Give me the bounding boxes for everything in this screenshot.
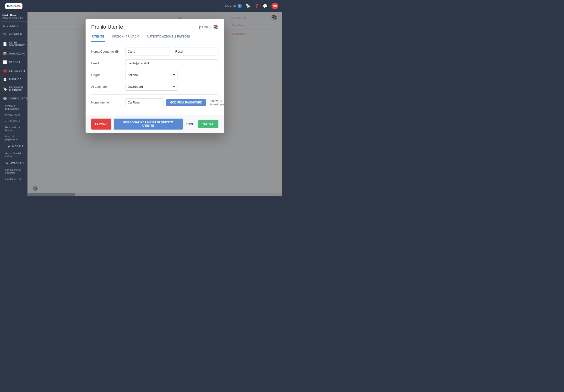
sidebar-subitem-app[interactable]: App e Servizi esterni: [0, 150, 28, 159]
login-apri-label: Al Login apri: [91, 85, 122, 88]
login-apri-inputs: Dashboard Vendite Acquisti: [125, 83, 219, 91]
tab-autenticazione[interactable]: AUTENTICAZIONE 2 FATTORI: [146, 32, 191, 42]
modal-header: Profilo Utente [142948] 📚: [85, 19, 224, 30]
cognome-input[interactable]: [173, 48, 219, 56]
nome-label: Nome/Cognome i: [91, 50, 122, 53]
sidebar-item-configurazione[interactable]: ⚙️ CONFIGURAZIONE: [0, 94, 28, 103]
sidebar-item-report[interactable]: 📊 REPORT: [0, 58, 28, 67]
sidebar-subitem-mod-pagamento[interactable]: Mod. di pagamento: [0, 133, 28, 142]
sidebar-subitem-personalizza[interactable]: Personalizza Menu: [0, 124, 28, 133]
user-name: Mario Rossi: [2, 14, 25, 17]
info-icon[interactable]: i: [115, 50, 119, 53]
sidebar-item-avanzate[interactable]: ▶ Avanzate: [0, 159, 28, 167]
sidebar-subitem-gestione-link[interactable]: Gestione Link: [0, 176, 28, 182]
sidebar-item-prodotti[interactable]: 🏷️ PRODOTTI E SERVIZI: [0, 84, 28, 94]
user-avatar[interactable]: MR: [272, 3, 278, 9]
sidebar-item-modelli[interactable]: ▶ Modelli: [0, 142, 28, 150]
modal-body: Nome/Cognome i Email: [85, 42, 224, 115]
vendite-icon: $: [3, 24, 5, 28]
forgot-password-link[interactable]: Password dimenticata?: [209, 99, 224, 106]
user-info: Mario Rossi Account ID: 000000: [0, 12, 28, 22]
username-row: Nome utente MODIFICA PASSWORD Password d…: [91, 98, 219, 106]
expand-icon: ▶: [8, 145, 10, 148]
tab-opzioni-privacy[interactable]: OPZIONI PRIVACY: [111, 32, 140, 42]
sidebar-item-vendite[interactable]: $ VENDITE: [0, 22, 28, 30]
username-label: Nome utente: [91, 101, 122, 104]
novita-section[interactable]: NOVITÀ 1: [225, 4, 242, 8]
sidebar-subitem-conffattelett[interactable]: confFattElett: [0, 118, 28, 124]
sidebar-item-rubrica[interactable]: 📋 RUBRICA: [0, 75, 28, 84]
altri-doc-icon: 📄: [3, 42, 7, 46]
rubrica-icon: 📋: [3, 77, 7, 81]
lingua-inputs: Italiano English Español: [125, 71, 219, 79]
tab-utente[interactable]: UTENTE: [91, 32, 105, 42]
modal-id-section: [142948] 📚: [199, 24, 219, 30]
logo-24: 24: [17, 4, 20, 8]
email-input[interactable]: [125, 59, 219, 67]
modal-id: [142948]: [199, 25, 211, 29]
nome-cognome-row: Nome/Cognome i: [91, 48, 219, 56]
novita-badge: 1: [237, 4, 242, 8]
sidebar-item-altri-documenti[interactable]: 📄 ALTRI DOCUMENTI: [0, 39, 28, 49]
acquisti-icon: 🛒: [3, 32, 7, 36]
footer-left-actions: ELIMINA PERSONALIZZA MENU DI QUESTO UTEN…: [91, 119, 183, 129]
config-icon: ⚙️: [3, 97, 7, 100]
topbar: NOVITÀ 1 📡 ❓ 💬 MR: [28, 0, 282, 12]
form-separator: [91, 94, 219, 95]
sidebar: fattura 24 Mario Rossi Account ID: 00000…: [0, 0, 28, 196]
lingua-row: Lingua Italiano English Español: [91, 71, 219, 79]
email-row: Email: [91, 59, 219, 67]
esci-button[interactable]: ESCI: [183, 120, 196, 128]
sidebar-subitem-profilo-fatturazione[interactable]: Profilo di fatturazione: [0, 103, 28, 112]
help-icon[interactable]: ❓: [254, 4, 259, 8]
novita-label: NOVITÀ: [225, 4, 236, 8]
wifi-icon[interactable]: 📡: [246, 4, 250, 8]
logo-fattura: fattura: [7, 4, 16, 8]
login-apri-select[interactable]: Dashboard Vendite Acquisti: [125, 83, 178, 91]
sidebar-item-magazzino[interactable]: 📦 MAGAZZINO: [0, 49, 28, 58]
modal-footer: ELIMINA PERSONALIZZA MENU DI QUESTO UTEN…: [85, 115, 224, 133]
main-content: ail Aut.ne a 2 fat tura24profes... Disab…: [28, 12, 282, 196]
prodotti-icon: 🏷️: [3, 87, 7, 91]
footer-right-actions: ESCI SALVA: [183, 120, 219, 128]
expand-avanzate-icon: ▶: [6, 162, 8, 165]
modify-password-button[interactable]: MODIFICA PASSWORD: [166, 99, 206, 106]
username-input[interactable]: [125, 98, 164, 106]
modal-dialog: Profilo Utente [142948] 📚 UTENTE OPZIONI…: [85, 19, 224, 133]
modal-tabs: UTENTE OPZIONI PRIVACY AUTENTICAZIONE 2 …: [85, 32, 224, 42]
monitor-icon[interactable]: 💬: [263, 4, 268, 8]
login-apri-row: Al Login apri Dashboard Vendite Acquisti: [91, 83, 219, 91]
lingua-select[interactable]: Italiano English Español: [125, 71, 178, 79]
sidebar-subitem-crediti[interactable]: Crediti servizi separati: [0, 167, 28, 176]
report-icon: 📊: [3, 60, 7, 64]
sidebar-subitem-profilo-utenti[interactable]: Profilo Utenti: [0, 112, 28, 118]
lingua-label: Lingua: [91, 73, 122, 77]
book-icon[interactable]: 📚: [213, 24, 219, 30]
email-label: Email: [91, 61, 122, 65]
personalizza-menu-button[interactable]: PERSONALIZZA MENU DI QUESTO UTENTE: [114, 119, 183, 129]
modal-title: Profilo Utente: [91, 24, 123, 30]
salva-button[interactable]: SALVA: [198, 120, 219, 128]
strumenti-icon: 🧰: [3, 69, 7, 73]
sidebar-nav: $ VENDITE 🛒 ACQUISTI 📄 ALTRI DOCUMENTI 📦…: [0, 22, 28, 196]
sidebar-item-strumenti[interactable]: 🧰 STRUMENTI: [0, 67, 28, 75]
account-id: Account ID: 000000: [2, 17, 25, 19]
sidebar-item-acquisti[interactable]: 🛒 ACQUISTI: [0, 30, 28, 39]
logo[interactable]: fattura 24: [0, 0, 28, 12]
nome-input[interactable]: [125, 48, 171, 56]
elimina-button[interactable]: ELIMINA: [91, 119, 112, 129]
email-inputs: [125, 59, 219, 67]
modal-overlay: Profilo Utente [142948] 📚 UTENTE OPZIONI…: [28, 12, 282, 196]
nome-cognome-inputs: [125, 48, 219, 56]
magazzino-icon: 📦: [3, 52, 7, 56]
